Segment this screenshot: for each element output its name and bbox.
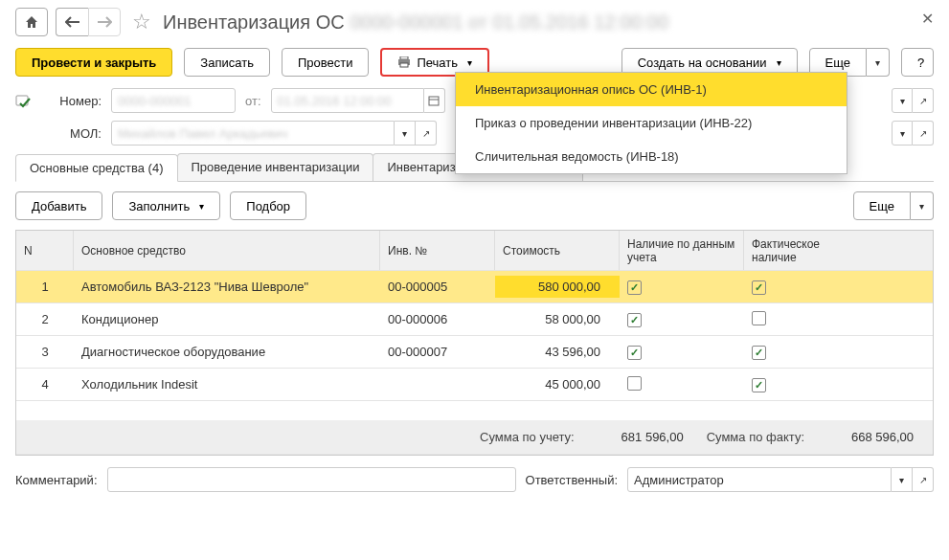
field-open-button[interactable]: ↗ bbox=[913, 88, 934, 113]
help-button[interactable]: ? bbox=[901, 48, 934, 77]
back-button[interactable] bbox=[56, 8, 88, 36]
document-status-icon bbox=[15, 93, 31, 108]
sum-fact-label: Сумма по факту: bbox=[707, 430, 804, 444]
mol-open[interactable]: ↗ bbox=[416, 121, 437, 146]
checkbox-c2[interactable]: ✓ bbox=[752, 346, 766, 360]
print-menu-item-inv18[interactable]: Сличительная ведомость (ИНВ-18) bbox=[456, 140, 847, 173]
checkbox-c1[interactable]: ✓ bbox=[627, 346, 642, 360]
mol-field[interactable]: Михайлов Павел Аркадьевич bbox=[111, 121, 395, 146]
date-field-group: 01.05.2016 12:00:00 bbox=[271, 88, 445, 113]
table-row[interactable]: 2 Кондиционер 00-000006 58 000,00 ✓ bbox=[16, 303, 933, 336]
checkbox-c2[interactable]: ✓ bbox=[752, 280, 766, 295]
add-button[interactable]: Добавить bbox=[15, 191, 102, 220]
field2-dropdown-button[interactable]: ▾ bbox=[892, 121, 913, 146]
checkbox-c2[interactable] bbox=[752, 311, 766, 325]
number-label: Номер: bbox=[40, 94, 102, 108]
th-cost[interactable]: Стоимость bbox=[495, 231, 620, 270]
table-more-dropdown[interactable]: ▾ bbox=[911, 191, 934, 220]
comment-label: Комментарий: bbox=[15, 473, 98, 487]
date-label: от: bbox=[245, 94, 261, 108]
table-header: N Основное средство Инв. № Стоимость Нал… bbox=[16, 231, 933, 271]
printer-icon bbox=[397, 56, 411, 68]
table-more-group: Еще ▾ bbox=[853, 191, 934, 220]
more-dropdown[interactable]: ▾ bbox=[867, 48, 890, 77]
post-and-close-button[interactable]: Провести и закрыть bbox=[15, 48, 172, 77]
svg-rect-4 bbox=[429, 97, 439, 105]
title-main: Инвентаризация ОС bbox=[163, 11, 345, 34]
svg-rect-2 bbox=[400, 63, 408, 67]
th-name[interactable]: Основное средство bbox=[74, 231, 380, 270]
responsible-label: Ответственный: bbox=[526, 473, 618, 487]
table-more-button[interactable]: Еще bbox=[853, 191, 911, 220]
sum-book-label: Сумма по учету: bbox=[480, 430, 575, 444]
page-title: Инвентаризация ОС 0000-000001 от 01.05.2… bbox=[163, 11, 668, 34]
post-button[interactable]: Провести bbox=[282, 48, 370, 77]
home-button[interactable] bbox=[15, 8, 48, 36]
th-inv[interactable]: Инв. № bbox=[380, 231, 495, 270]
checkbox-c2[interactable]: ✓ bbox=[752, 378, 766, 392]
tab-inventory-process[interactable]: Проведение инвентаризации bbox=[177, 153, 374, 181]
table-row[interactable]: 4 Холодильник Indesit 45 000,00 ✓ bbox=[16, 369, 933, 401]
field-dropdown-button[interactable]: ▾ bbox=[892, 88, 913, 113]
checkbox-c1[interactable]: ✓ bbox=[627, 313, 642, 327]
arrow-right-icon bbox=[97, 16, 112, 28]
th-n[interactable]: N bbox=[16, 231, 74, 270]
print-menu-item-inv22[interactable]: Приказ о проведении инвентаризации (ИНВ-… bbox=[456, 106, 847, 140]
table-row[interactable]: 3 Диагностическое оборудование 00-000007… bbox=[16, 336, 933, 369]
sum-fact-value: 668 596,00 bbox=[827, 430, 914, 444]
fill-button[interactable]: Заполнить bbox=[112, 191, 220, 220]
title-details: 0000-000001 от 01.05.2016 12:00:00 bbox=[350, 11, 668, 34]
calendar-icon bbox=[428, 95, 440, 106]
forward-button[interactable] bbox=[88, 8, 121, 36]
comment-field[interactable] bbox=[107, 467, 516, 492]
pick-button[interactable]: Подбор bbox=[230, 191, 306, 220]
home-icon bbox=[24, 14, 39, 30]
checkbox-c1[interactable] bbox=[627, 376, 642, 391]
th-c1[interactable]: Наличие по данным учета bbox=[620, 231, 744, 270]
table-row[interactable]: 1 Автомобиль ВАЗ-2123 "Нива Шевроле" 00-… bbox=[16, 271, 933, 303]
sum-book-value: 681 596,00 bbox=[598, 430, 684, 444]
number-field[interactable]: 0000-000001 bbox=[111, 88, 236, 113]
mol-label: МОЛ: bbox=[40, 126, 102, 141]
save-button[interactable]: Записать bbox=[184, 48, 270, 77]
arrow-left-icon bbox=[65, 16, 80, 28]
favorite-star-icon[interactable]: ☆ bbox=[128, 10, 155, 34]
responsible-open[interactable]: ↗ bbox=[913, 467, 934, 492]
responsible-field[interactable]: Администратор bbox=[627, 467, 892, 492]
checkbox-c1[interactable]: ✓ bbox=[627, 280, 642, 295]
mol-dropdown[interactable]: ▾ bbox=[395, 121, 416, 146]
table-footer: Сумма по учету: 681 596,00 Сумма по факт… bbox=[16, 420, 933, 455]
close-button[interactable]: ✕ bbox=[921, 10, 934, 28]
print-menu-item-inv1[interactable]: Инвентаризационная опись ОС (ИНВ-1) bbox=[456, 73, 847, 106]
assets-table: N Основное средство Инв. № Стоимость Нал… bbox=[15, 230, 934, 456]
th-c2[interactable]: Фактическое наличие bbox=[744, 231, 869, 270]
svg-rect-0 bbox=[400, 56, 408, 59]
tab-fixed-assets[interactable]: Основные средства (4) bbox=[15, 154, 178, 182]
responsible-dropdown[interactable]: ▾ bbox=[892, 467, 913, 492]
print-label: Печать bbox=[417, 56, 458, 70]
print-menu: Инвентаризационная опись ОС (ИНВ-1) Прик… bbox=[455, 72, 847, 174]
field2-open-button[interactable]: ↗ bbox=[913, 121, 934, 146]
date-picker-button[interactable] bbox=[424, 88, 445, 113]
date-field[interactable]: 01.05.2016 12:00:00 bbox=[271, 88, 424, 113]
